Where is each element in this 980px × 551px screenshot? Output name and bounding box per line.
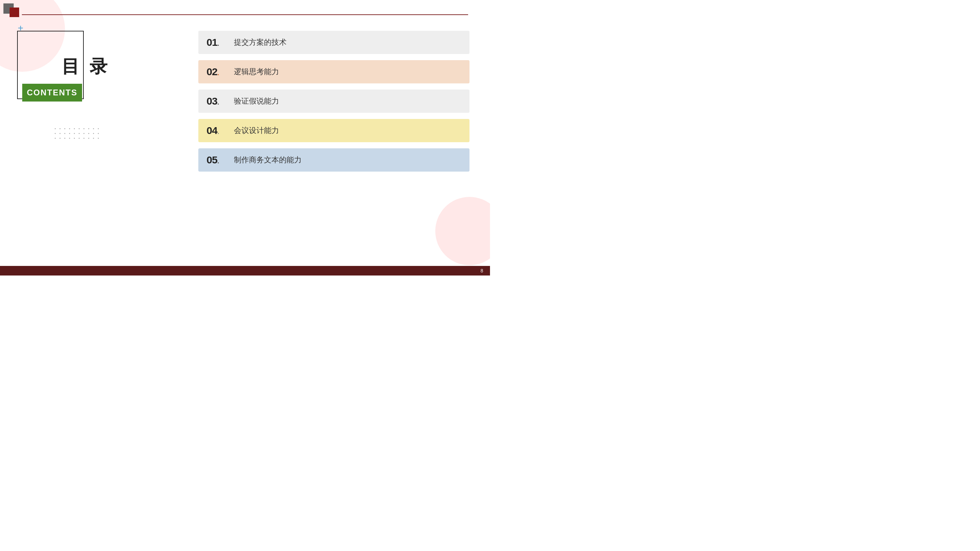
item-text-3: 验证假说能力 bbox=[234, 96, 279, 106]
logo-square-red bbox=[10, 8, 19, 17]
item-text-2: 逻辑思考能力 bbox=[234, 67, 279, 77]
item-number-4: 04. bbox=[207, 125, 234, 137]
bg-decoration-pink-right bbox=[435, 197, 490, 265]
logo-area bbox=[3, 3, 21, 21]
item-number-2: 02. bbox=[207, 66, 234, 78]
content-list: 01. 提交方案的技术 02. 逻辑思考能力 03. 验证假说能力 04. 会议… bbox=[198, 31, 469, 171]
bottom-bar: 8 bbox=[0, 266, 490, 275]
item-text-4: 会议设计能力 bbox=[234, 125, 279, 136]
item-number-1: 01. bbox=[207, 37, 234, 48]
dot-pattern-decoration bbox=[55, 128, 101, 141]
contents-label: CONTENTS bbox=[27, 88, 78, 97]
item-text-1: 提交方案的技术 bbox=[234, 37, 286, 48]
item-number-5: 05. bbox=[207, 154, 234, 166]
content-item-2: 02. 逻辑思考能力 bbox=[198, 60, 469, 83]
contents-badge: CONTENTS bbox=[22, 84, 82, 102]
page-number: 8 bbox=[480, 268, 483, 273]
top-decorative-line bbox=[22, 14, 468, 15]
content-item-1: 01. 提交方案的技术 bbox=[198, 31, 469, 54]
item-number-3: 03. bbox=[207, 95, 234, 107]
content-item-3: 03. 验证假说能力 bbox=[198, 90, 469, 113]
content-item-4: 04. 会议设计能力 bbox=[198, 119, 469, 142]
content-item-5: 05. 制作商务文本的能力 bbox=[198, 148, 469, 171]
item-text-5: 制作商务文本的能力 bbox=[234, 155, 302, 165]
chinese-title: 目 录 bbox=[62, 55, 110, 79]
left-title-section: 目 录 CONTENTS bbox=[17, 27, 144, 96]
